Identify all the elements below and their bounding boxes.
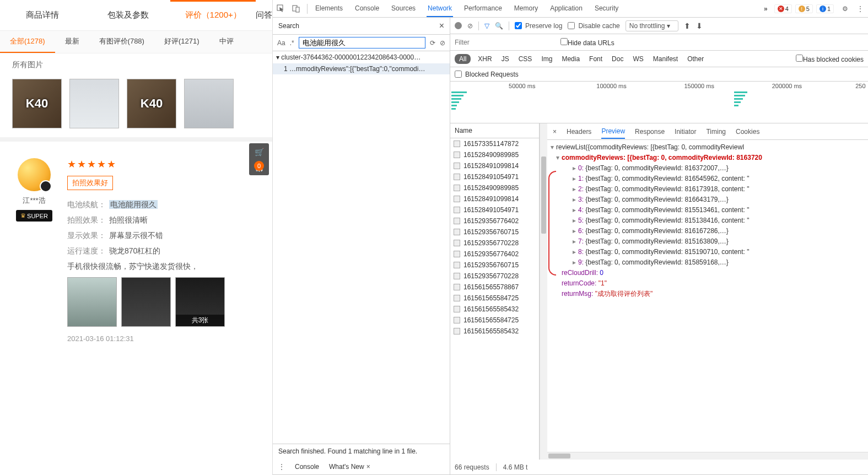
- request-row[interactable]: 161561565584725: [450, 315, 539, 326]
- more-tabs-icon[interactable]: »: [764, 5, 768, 13]
- request-row[interactable]: 161528491054971: [450, 171, 539, 182]
- request-row[interactable]: 161528490989985: [450, 182, 539, 193]
- detail-tab-response[interactable]: Response: [635, 125, 665, 138]
- download-icon[interactable]: ⬇: [696, 21, 703, 30]
- request-row[interactable]: 161561565578867: [450, 282, 539, 293]
- detail-tab-preview[interactable]: Preview: [601, 125, 625, 139]
- type-js[interactable]: JS: [499, 54, 511, 64]
- tab-elements[interactable]: Elements: [314, 1, 344, 17]
- blocked-cookies-checkbox[interactable]: Has blocked cookies: [796, 55, 864, 63]
- detail-tab-headers[interactable]: Headers: [567, 125, 591, 138]
- drawer-menu-icon[interactable]: ⋮: [278, 463, 285, 471]
- thumbnail[interactable]: K40: [12, 79, 62, 128]
- request-row[interactable]: 161529356760715: [450, 226, 539, 238]
- detail-tab-initiator[interactable]: Initiator: [675, 125, 696, 138]
- horizontal-scrollbar[interactable]: [547, 452, 868, 460]
- type-all[interactable]: All: [455, 54, 471, 64]
- preview-item[interactable]: ▸5: {bestTag: 0, commodityReviewId: 8151…: [547, 215, 868, 226]
- throttling-select[interactable]: No throttling ▾: [626, 20, 678, 31]
- drawer-tab-console[interactable]: Console: [295, 463, 319, 471]
- clear-icon[interactable]: ⊘: [440, 39, 445, 47]
- type-ws[interactable]: WS: [630, 54, 645, 64]
- filter-input[interactable]: [455, 39, 554, 46]
- search-input[interactable]: [299, 37, 425, 48]
- tab-performance[interactable]: Performance: [463, 1, 503, 17]
- thumbnail[interactable]: [69, 79, 119, 128]
- drawer-tab-whatsnew[interactable]: What's New: [329, 463, 364, 471]
- tab-sources[interactable]: Sources: [390, 1, 417, 17]
- request-row[interactable]: 161528490989985: [450, 149, 539, 160]
- request-row[interactable]: 161529356770228: [450, 271, 539, 282]
- tab-network[interactable]: Network: [427, 1, 453, 17]
- preview-item[interactable]: ▸4: {bestTag: 0, commodityReviewId: 8155…: [547, 205, 868, 215]
- upload-icon[interactable]: ⬆: [684, 21, 691, 30]
- filter-all[interactable]: 全部(1278): [0, 31, 55, 53]
- preview-item[interactable]: ▸3: {bestTag: 0, commodityReviewId: 8166…: [547, 195, 868, 205]
- search-result-row[interactable]: 1 …mmodityReviews":[{"bestTag":0,"commod…: [273, 63, 450, 74]
- scrollbar[interactable]: [540, 123, 547, 460]
- clear-icon[interactable]: ⊘: [467, 22, 473, 30]
- type-doc[interactable]: Doc: [610, 54, 626, 64]
- request-row[interactable]: 161529356760715: [450, 260, 539, 271]
- warning-badge[interactable]: !5: [795, 4, 813, 13]
- preview-item[interactable]: ▸7: {bestTag: 0, commodityReviewId: 8151…: [547, 236, 868, 247]
- error-badge[interactable]: ✕4: [774, 4, 792, 13]
- type-other[interactable]: Other: [685, 54, 706, 64]
- menu-icon[interactable]: ⋮: [856, 4, 865, 13]
- request-row[interactable]: 161561565585432: [450, 304, 539, 315]
- record-icon[interactable]: [455, 22, 462, 29]
- thumbnail[interactable]: K40: [127, 79, 176, 128]
- request-row[interactable]: 161528491099814: [450, 193, 539, 204]
- search-icon[interactable]: 🔍: [495, 22, 503, 30]
- request-row[interactable]: 161529356776402: [450, 215, 539, 226]
- preview-item[interactable]: ▸1: {bestTag: 0, commodityReviewId: 8165…: [547, 174, 868, 184]
- request-row[interactable]: 161528491099814: [450, 160, 539, 171]
- tab-security[interactable]: Security: [594, 1, 619, 17]
- type-font[interactable]: Font: [587, 54, 605, 64]
- tab-detail[interactable]: 商品详情: [0, 0, 85, 30]
- filter-withpic[interactable]: 有图评价(788): [89, 31, 154, 53]
- review-pic[interactable]: 共3张: [175, 277, 225, 327]
- review-pic[interactable]: [67, 277, 117, 327]
- tab-qa[interactable]: 问答: [256, 0, 272, 30]
- cart-float[interactable]: 🛒 购物车 0: [249, 143, 269, 175]
- tab-application[interactable]: Application: [549, 1, 584, 17]
- close-icon[interactable]: ×: [366, 463, 370, 471]
- filter-latest[interactable]: 最新: [55, 31, 89, 53]
- device-icon[interactable]: [292, 4, 300, 13]
- detail-tab-cookies[interactable]: Cookies: [736, 125, 759, 138]
- review-pic[interactable]: [121, 277, 171, 327]
- filter-good[interactable]: 好评(1271): [154, 31, 209, 53]
- preview-item[interactable]: ▸8: {bestTag: 0, commodityReviewId: 8151…: [547, 247, 868, 257]
- search-result-group[interactable]: ▾ cluster-37644362-00000012234208643-000…: [273, 51, 450, 63]
- refresh-icon[interactable]: ⟳: [430, 39, 435, 47]
- filter-mid[interactable]: 中评: [209, 31, 244, 53]
- tab-memory[interactable]: Memory: [513, 1, 539, 17]
- tab-reviews[interactable]: 评价（1200+）: [170, 0, 256, 30]
- blocked-requests-checkbox[interactable]: [455, 71, 462, 78]
- close-icon[interactable]: ×: [553, 128, 557, 136]
- request-row[interactable]: 161561565584725: [450, 293, 539, 304]
- disable-cache-checkbox[interactable]: Disable cache: [568, 22, 619, 30]
- request-row[interactable]: 161561565585432: [450, 326, 539, 337]
- request-row[interactable]: 161529356770228: [450, 238, 539, 249]
- match-case-icon[interactable]: Aa: [277, 39, 285, 47]
- info-badge[interactable]: i1: [816, 4, 834, 13]
- preview-body[interactable]: ▾reviewList({commodityReviews: [{bestTag…: [547, 140, 868, 452]
- type-img[interactable]: Img: [539, 54, 554, 64]
- preview-item[interactable]: ▸0: {bestTag: 0, commodityReviewId: 8163…: [547, 163, 868, 174]
- detail-tab-timing[interactable]: Timing: [706, 125, 726, 138]
- tab-console[interactable]: Console: [354, 1, 380, 17]
- regex-icon[interactable]: .*: [290, 39, 294, 47]
- preview-item[interactable]: ▸9: {bestTag: 0, commodityReviewId: 8158…: [547, 257, 868, 268]
- preserve-log-checkbox[interactable]: Preserve log: [515, 22, 562, 30]
- request-row[interactable]: 161528491054971: [450, 204, 539, 215]
- thumbnail[interactable]: [184, 79, 234, 128]
- tab-package[interactable]: 包装及参数: [85, 0, 171, 30]
- preview-item[interactable]: ▸2: {bestTag: 0, commodityReviewId: 8161…: [547, 184, 868, 195]
- hide-urls-checkbox[interactable]: Hide data URLs: [560, 38, 614, 47]
- preview-item[interactable]: ▸6: {bestTag: 0, commodityReviewId: 8161…: [547, 226, 868, 236]
- request-row[interactable]: 161573351147872: [450, 138, 539, 149]
- settings-icon[interactable]: ⚙: [840, 4, 849, 13]
- type-manifest[interactable]: Manifest: [651, 54, 680, 64]
